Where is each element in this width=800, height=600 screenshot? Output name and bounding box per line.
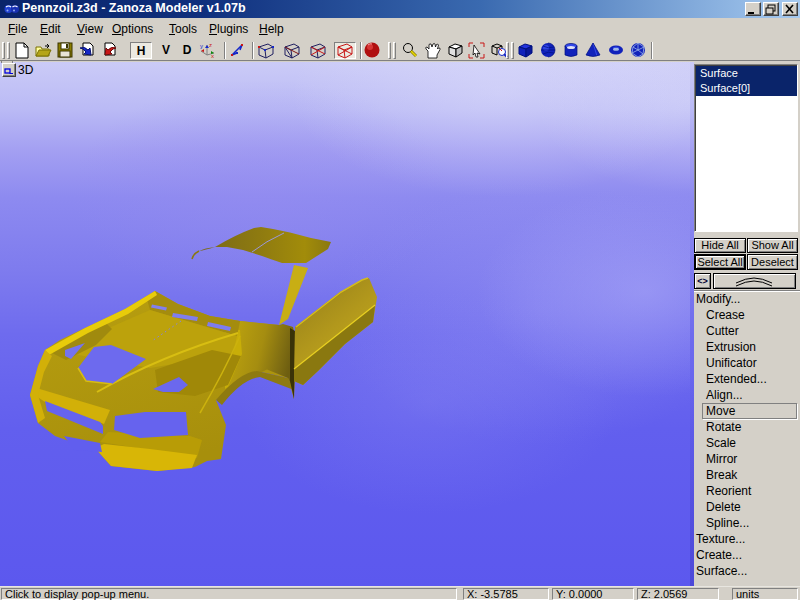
svg-text:y: y <box>200 43 203 49</box>
svg-text:z: z <box>209 42 212 48</box>
svg-text:x: x <box>211 53 214 59</box>
